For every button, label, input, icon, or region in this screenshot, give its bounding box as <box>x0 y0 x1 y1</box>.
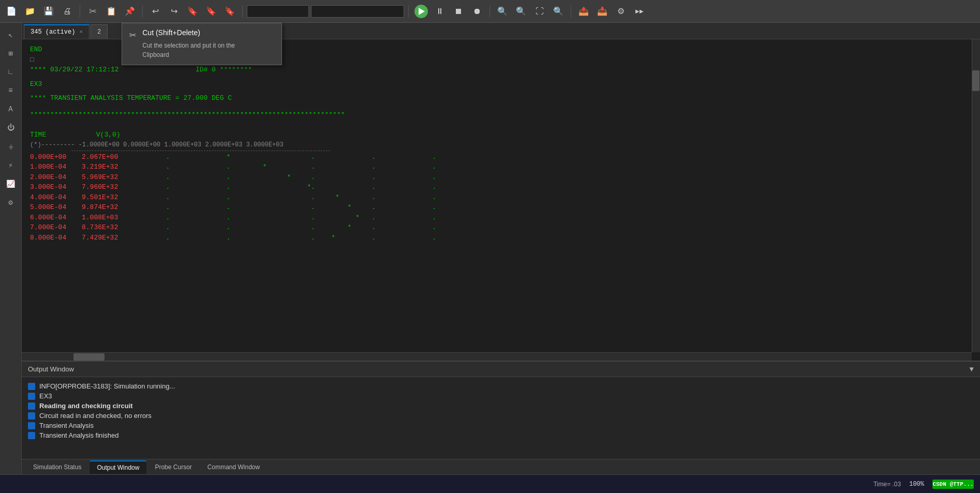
search-input[interactable] <box>311 5 404 18</box>
header-row: TIME V(3,0) <box>30 130 963 140</box>
editor-area[interactable]: END □ **** 03/29/22 17:12:12 ID# 0 *****… <box>22 39 980 361</box>
zoom-level: 100% <box>909 481 924 488</box>
new-button[interactable]: 📄 <box>3 3 20 20</box>
data-row: 4.000E-049.501E+32 . . . * . . <box>30 192 963 203</box>
redo-button[interactable]: ↪ <box>166 3 182 20</box>
line-stars1: **** 03/29/22 17:12:12 ID# 0 ******** <box>30 65 963 75</box>
line-separator: ****************************************… <box>30 110 963 120</box>
stop-button[interactable]: ⏹ <box>450 3 467 20</box>
output-text: INFO[ORPROBE-3183]: Simulation running..… <box>39 382 175 390</box>
separator-1 <box>80 5 80 18</box>
output-indicator <box>28 432 35 439</box>
run-button[interactable] <box>413 3 429 20</box>
sidebar-pointer-icon[interactable]: ↖ <box>3 27 19 42</box>
open-button[interactable]: 📁 <box>22 3 38 20</box>
separator-3 <box>242 5 243 18</box>
sidebar-probe-icon[interactable]: ⚡ <box>3 157 19 173</box>
sidebar-label-icon[interactable]: A <box>3 101 19 117</box>
output-text: EX3 <box>39 392 52 400</box>
left-sidebar: ↖ ⊞ ∟ ≡ A ⏻ ⏚ ⚡ 📈 ⚙ <box>0 23 22 474</box>
zoom-in-button[interactable]: 🔍 <box>494 3 511 20</box>
time-display: Time= .03 <box>873 481 901 488</box>
output-text: Reading and checking circuit <box>39 402 133 410</box>
progress-bar: CSDN @TTP... <box>932 480 974 489</box>
output-line: INFO[ORPROBE-3183]: Simulation running..… <box>28 381 974 391</box>
tab-close-button[interactable]: × <box>79 29 83 35</box>
output-indicator <box>28 383 35 390</box>
zoom-area-button[interactable]: 🔍 <box>550 3 567 20</box>
tab-345[interactable]: 345 (active) × <box>24 24 90 39</box>
sidebar-ground-icon[interactable]: ⏚ <box>3 139 19 154</box>
zoom-out-button[interactable]: 🔍 <box>513 3 529 20</box>
data-row: 7.000E-048.736E+32 . . . * . . <box>30 222 963 233</box>
sidebar-graph-icon[interactable]: 📈 <box>3 176 19 191</box>
sidebar-power-icon[interactable]: ⏻ <box>3 120 19 136</box>
output-text: Circuit read in and checked, no errors <box>39 412 152 420</box>
bottom-tab-simulation-status[interactable]: Simulation Status <box>26 460 88 474</box>
output-indicator <box>28 402 35 410</box>
tab-2[interactable]: 2 <box>91 24 108 39</box>
simulation-number-input[interactable]: 345 <box>247 5 309 18</box>
content-area: 345 (active) × 2 END □ **** 03/29/22 17:… <box>22 23 980 474</box>
save-button[interactable]: 💾 <box>40 3 57 20</box>
bottom-tabs: Simulation StatusOutput WindowProbe Curs… <box>22 459 980 474</box>
more-button[interactable]: ▶▶ <box>631 3 648 20</box>
bottom-tabs-list: Simulation StatusOutput WindowProbe Curs… <box>26 460 267 474</box>
output-window-title: Output Window <box>28 365 74 373</box>
data-rows: 0.000E+002.067E+00 . * . . .1.000E-043.2… <box>30 152 963 243</box>
sidebar-wire-icon[interactable]: ∟ <box>3 64 19 80</box>
data-row: 2.000E-045.969E+32 . . * . . . <box>30 172 963 183</box>
separator-4 <box>408 5 409 18</box>
sidebar-bus-icon[interactable]: ≡ <box>3 83 19 98</box>
horizontal-scrollbar[interactable] <box>22 352 972 361</box>
import-button[interactable]: 📥 <box>594 3 611 20</box>
tooltip-description: Cut the selection and put it on theClipb… <box>142 41 235 59</box>
tab-2-label: 2 <box>97 28 101 36</box>
output-line: EX3 <box>28 391 974 401</box>
output-header: Output Window ▼ <box>22 362 980 377</box>
paste-button[interactable]: 📌 <box>122 3 138 20</box>
output-indicator <box>28 393 35 400</box>
output-toggle-button[interactable]: ▼ <box>970 365 974 374</box>
line-ex3: EX3 <box>30 79 963 89</box>
fit-button[interactable]: ⛶ <box>531 3 548 20</box>
output-line: Transient Analysis <box>28 421 974 430</box>
data-row: 5.000E-049.874E+32 . . . * . . <box>30 202 963 213</box>
output-indicator <box>28 422 35 429</box>
bottom-tab-output-window[interactable]: Output Window <box>90 460 146 474</box>
bottom-tab-probe-cursor[interactable]: Probe Cursor <box>147 460 199 474</box>
bottom-tab-command-window[interactable]: Command Window <box>200 460 267 474</box>
data-row: 6.000E-041.008E+03 . . . * . . <box>30 213 963 223</box>
status-bar: Time= .03 100% CSDN @TTP... <box>0 474 980 493</box>
copy-button[interactable]: 📋 <box>103 3 120 20</box>
output-panel: Output Window ▼ INFO[ORPROBE-3183]: Simu… <box>22 361 980 474</box>
sidebar-component-icon[interactable]: ⊞ <box>3 46 19 61</box>
output-line: Circuit read in and checked, no errors <box>28 411 974 421</box>
brand-text: CSDN @TTP... <box>932 481 973 487</box>
pause-button[interactable]: ⏸ <box>432 3 448 20</box>
output-indicator <box>28 412 35 420</box>
scissors-icon: ✂ <box>129 28 136 42</box>
bookmark1-button[interactable]: 🔖 <box>184 3 201 20</box>
data-row: 0.000E+002.067E+00 . * . . . <box>30 152 963 162</box>
separator-2 <box>142 5 143 18</box>
print-button[interactable]: 🖨 <box>59 3 76 20</box>
bookmark2-button[interactable]: 🔖 <box>203 3 219 20</box>
dashed-row <box>71 151 330 151</box>
data-row: 8.000E-047.429E+32 . . . * . . <box>30 233 963 243</box>
scale-row: (*)--------- -1.0000E+00 0.0000E+00 1.00… <box>30 140 963 150</box>
sidebar-gear-icon[interactable]: ⚙ <box>3 195 19 210</box>
output-line: Transient Analysis finished <box>28 430 974 440</box>
data-row: 3.000E-047.960E+32 . . *. . . <box>30 182 963 192</box>
settings-button[interactable]: ⚙ <box>613 3 629 20</box>
cut-button[interactable]: ✂ <box>84 3 101 20</box>
undo-button[interactable]: ↩ <box>147 3 164 20</box>
separator-5 <box>489 5 490 18</box>
export-button[interactable]: 📤 <box>575 3 592 20</box>
output-text: Transient Analysis <box>39 422 94 429</box>
data-row: 1.000E-043.219E+32 . . * . . . <box>30 162 963 172</box>
vertical-scrollbar[interactable] <box>972 39 980 352</box>
main-area: ↖ ⊞ ∟ ≡ A ⏻ ⏚ ⚡ 📈 ⚙ 345 (active) × 2 END <box>0 23 980 474</box>
bookmark3-button[interactable]: 🔖 <box>221 3 238 20</box>
record-button[interactable]: ⏺ <box>469 3 485 20</box>
